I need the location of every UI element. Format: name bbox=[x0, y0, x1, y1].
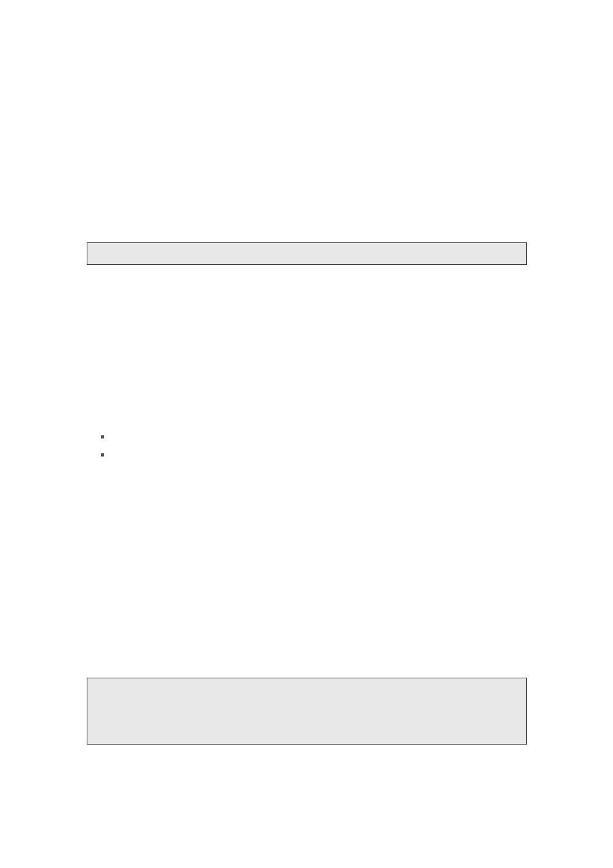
bullet-icon bbox=[101, 453, 104, 457]
content-box-2 bbox=[87, 678, 527, 745]
bullet-icon bbox=[101, 435, 104, 439]
content-box-1 bbox=[87, 242, 527, 265]
